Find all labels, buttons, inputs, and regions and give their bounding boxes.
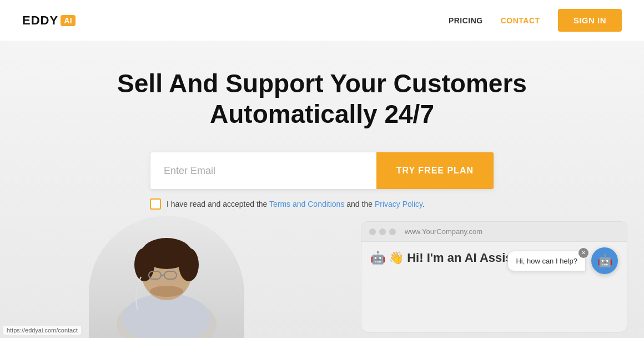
svg-point-6 — [179, 248, 199, 281]
email-input[interactable] — [150, 152, 376, 189]
main-content: Sell And Support Your Customers Automati… — [0, 41, 644, 210]
email-form: TRY FREE PLAN — [150, 152, 494, 190]
footer-url: https://eddyai.com/contact — [7, 327, 78, 334]
chat-close-button[interactable]: ✕ — [578, 248, 588, 258]
chat-window: www.YourCompany.com 🤖 👋 Hi! I'm an AI As… — [361, 221, 627, 332]
svg-point-5 — [134, 248, 154, 281]
try-free-plan-button[interactable]: TRY FREE PLAN — [376, 152, 494, 189]
person-area — [89, 216, 244, 338]
contact-nav-link[interactable]: CONTACT — [501, 16, 540, 25]
chat-bubble-text: Hi, how can I help? — [516, 257, 577, 265]
browser-url: www.YourCompany.com — [405, 227, 482, 236]
terms-checkbox-row: I have read and accepted the Terms and C… — [150, 198, 494, 210]
person-illustration — [100, 221, 233, 338]
chat-avatar-icon: 🤖 — [597, 254, 612, 268]
terms-label-end: . — [422, 200, 425, 208]
hero-title: Sell And Support Your Customers Automati… — [117, 68, 527, 130]
pricing-nav-link[interactable]: PRICING — [449, 16, 483, 25]
browser-bar: www.YourCompany.com — [361, 222, 627, 242]
browser-dot-1 — [369, 228, 376, 235]
chat-avatar[interactable]: 🤖 — [591, 247, 618, 274]
terms-link[interactable]: Terms and Conditions — [269, 200, 344, 208]
svg-point-10 — [150, 286, 183, 297]
logo-badge: AI — [61, 15, 76, 26]
logo: EDDY AI — [22, 13, 76, 28]
browser-dot-2 — [379, 228, 386, 235]
terms-label-middle: and the — [344, 200, 375, 208]
chat-bubble-container: ✕ Hi, how can I help? 🤖 — [507, 247, 618, 274]
chat-bubble: ✕ Hi, how can I help? — [507, 251, 586, 271]
terms-checkbox[interactable] — [150, 198, 161, 210]
main-nav: PRICING CONTACT SIGN IN — [449, 9, 622, 32]
bottom-section: www.YourCompany.com 🤖 👋 Hi! I'm an AI As… — [0, 210, 644, 338]
logo-text: EDDY — [22, 13, 58, 28]
terms-label-before: I have read and accepted the — [167, 200, 269, 208]
footer-link: https://eddyai.com/contact — [3, 326, 81, 335]
hero-title-line1: Sell And Support Your Customers — [117, 69, 527, 98]
terms-label: I have read and accepted the Terms and C… — [167, 200, 425, 208]
header: EDDY AI PRICING CONTACT SIGN IN — [0, 0, 644, 41]
sign-in-button[interactable]: SIGN IN — [558, 9, 622, 32]
browser-dot-3 — [389, 228, 396, 235]
privacy-link[interactable]: Privacy Policy — [375, 200, 422, 208]
hero-title-line2: Automatically 24/7 — [210, 100, 434, 128]
